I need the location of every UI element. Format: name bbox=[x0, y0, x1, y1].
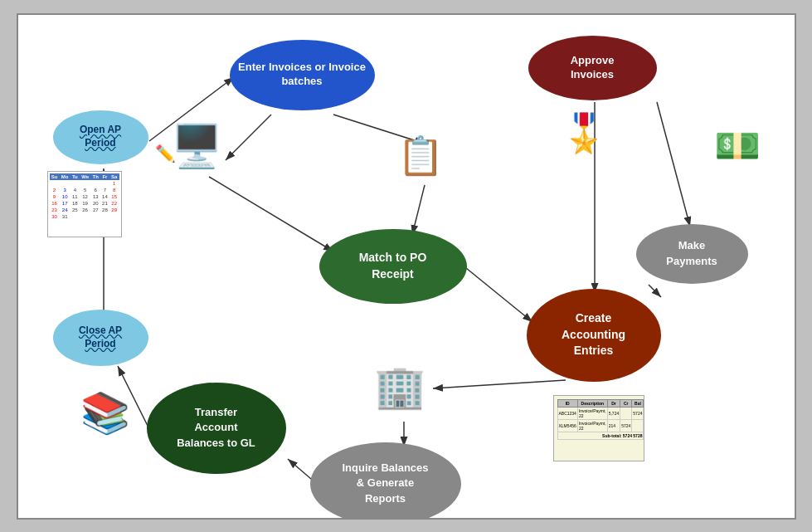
make-payments-node[interactable]: MakePayments bbox=[636, 224, 748, 284]
svg-line-3 bbox=[209, 177, 333, 251]
report-box: IDDescriptionDrCrBal ABC1234Invoice/Paym… bbox=[553, 395, 644, 461]
svg-line-1 bbox=[226, 115, 271, 160]
svg-line-8 bbox=[433, 380, 566, 388]
svg-line-14 bbox=[466, 268, 532, 322]
inquire-balances-node[interactable]: Inquire Balances& GenerateReports bbox=[310, 442, 461, 520]
svg-line-7 bbox=[649, 285, 661, 297]
create-accounting-node[interactable]: CreateAccountingEntries bbox=[527, 289, 661, 382]
open-ap-period-node[interactable]: Open APPeriod bbox=[53, 110, 148, 164]
svg-line-4 bbox=[412, 185, 425, 235]
diagram-container: Enter Invoices or Invoice batches Approv… bbox=[17, 13, 796, 520]
approve-invoices-node[interactable]: ApproveInvoices bbox=[528, 36, 657, 100]
documents-person-icon: 📋 bbox=[387, 123, 454, 189]
building-icon: 🏢 bbox=[367, 354, 433, 420]
svg-line-6 bbox=[657, 102, 690, 227]
money-icon: 💵 bbox=[711, 119, 765, 173]
match-to-po-node[interactable]: Match to POReceipt bbox=[319, 229, 467, 304]
award-icon: 🎖️ bbox=[557, 106, 611, 160]
books-icon: 📚 bbox=[75, 384, 137, 442]
pencils-icon: ✏️ bbox=[155, 144, 176, 164]
calendar-widget: SuMoTuWeThFrSa 1 2345678 9101112131415 1… bbox=[47, 171, 122, 237]
enter-invoices-node[interactable]: Enter Invoices or Invoice batches bbox=[230, 40, 375, 110]
close-ap-period-node[interactable]: Close APPeriod bbox=[53, 310, 148, 366]
transfer-balances-node[interactable]: TransferAccountBalances to GL bbox=[147, 383, 286, 474]
